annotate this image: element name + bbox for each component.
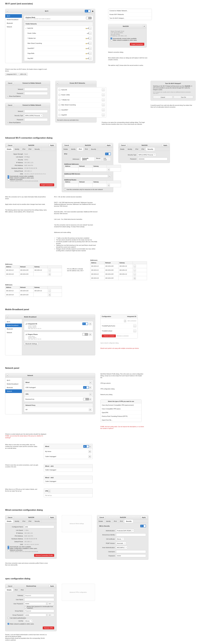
row-check[interactable] <box>59 109 60 111</box>
add-row[interactable] <box>48 293 51 296</box>
grouppw-input[interactable] <box>24 614 46 616</box>
wired-row[interactable]: My Home <box>44 449 93 454</box>
peap-combo[interactable]: Automatic <box>116 542 126 545</box>
tab-details[interactable]: Details <box>5 148 13 151</box>
apply-button[interactable]: Apply <box>49 516 55 519</box>
user-input[interactable] <box>116 550 146 553</box>
always-ask-check[interactable]: Always Ask (password is inextricable fro… <box>24 606 54 609</box>
password-input[interactable] <box>24 92 48 95</box>
network-row[interactable]: Nuli1234 <box>24 26 93 31</box>
sec-pw-input[interactable] <box>138 158 167 160</box>
sidebar-item-network[interactable]: Network <box>5 25 22 28</box>
vpn-import-row[interactable]: Import from file… <box>100 418 141 422</box>
wired-switch[interactable]: ON <box>83 386 89 389</box>
forget-button[interactable]: Forget Connection <box>130 43 144 46</box>
network-input[interactable] <box>24 88 48 91</box>
ca-combo[interactable]: (None) <box>24 620 32 622</box>
metered-check[interactable]: Metered connection <box>7 549 54 551</box>
details-button[interactable] <box>89 27 92 30</box>
cancel-button[interactable]: Cancel <box>120 144 127 147</box>
network-row[interactable]: Dogs Bells <box>24 51 93 56</box>
sidebar-item-bluetooth[interactable]: Bluetooth <box>5 327 22 331</box>
add-wired[interactable] <box>89 381 92 384</box>
open-button[interactable] <box>133 330 136 332</box>
sidebar-item-wifi[interactable]: Wi-Fi <box>5 14 22 18</box>
proxy-row[interactable]: Off <box>24 407 93 412</box>
apply-button[interactable]: Apply <box>49 144 55 147</box>
add-vpn[interactable] <box>89 393 92 396</box>
sidebar-item-network[interactable]: Network <box>5 389 22 393</box>
wired-row[interactable]: Cable Unplugged <box>44 480 93 483</box>
details-button[interactable] <box>102 114 105 116</box>
tab-security[interactable]: Security <box>124 520 133 523</box>
apply-button[interactable]: Apply <box>49 584 55 588</box>
upw-combo[interactable]: Ask ▾ <box>47 602 54 605</box>
add[interactable] <box>89 445 91 448</box>
apply-button[interactable]: Apply <box>162 144 169 147</box>
tab-security[interactable]: Security <box>146 148 155 151</box>
known-row[interactable]: Main Street Coworking <box>57 102 106 108</box>
add-row[interactable] <box>108 184 110 187</box>
tab-identity[interactable]: Identity <box>13 148 21 151</box>
share-check[interactable]: Make network available to other users <box>111 39 144 41</box>
row-check[interactable] <box>59 94 60 96</box>
gear-button[interactable] <box>89 386 92 389</box>
tab-ipv6[interactable]: IPv6 <box>19 588 25 592</box>
add-dns[interactable] <box>108 175 111 178</box>
tab-details[interactable]: Details <box>5 588 13 592</box>
tab-ipv4[interactable]: IPv4 <box>21 520 27 523</box>
sec-switch[interactable]: ON <box>140 525 146 527</box>
apply-button[interactable]: Apply <box>140 516 147 519</box>
wifi-master-switch[interactable]: ON <box>85 10 90 12</box>
wired-row[interactable]: Cable Unplugged <box>44 468 93 472</box>
cancel-button[interactable]: Cancel <box>6 144 14 147</box>
open-button[interactable] <box>133 324 136 327</box>
network-row[interactable]: David3927 <box>24 46 93 51</box>
gear-button[interactable] <box>89 322 92 325</box>
others-check[interactable]: Make configuration available to other us… <box>7 548 54 549</box>
gear-button[interactable] <box>88 450 91 453</box>
cancel-button[interactable]: Cancel <box>6 104 14 106</box>
details-button[interactable] <box>89 32 92 35</box>
gear-button[interactable] <box>88 455 91 458</box>
device-toggle-b[interactable]: USB 4 DX <box>18 73 28 76</box>
network-row[interactable]: Main Street Coworking <box>24 41 93 46</box>
remove-vpn-button[interactable]: Remove VPN <box>43 626 54 629</box>
addr-mode-manual[interactable]: Manual <box>95 157 102 161</box>
details-button[interactable] <box>102 104 105 106</box>
device-toggle-a[interactable]: Integrated Wi-Fi <box>5 73 18 76</box>
sidebar-item-network[interactable]: Network <box>5 331 22 334</box>
cancel-button[interactable]: Cancel <box>153 96 173 99</box>
bluetooth-settings-button[interactable]: Bluetooth Settings <box>24 342 38 345</box>
remove-row[interactable] <box>134 265 136 268</box>
tab-ipv6[interactable]: IPv6 <box>118 520 124 523</box>
tab-details[interactable]: Details <box>62 148 69 151</box>
network-row[interactable]: Ray1882 <box>24 56 93 61</box>
cancel-button[interactable]: Cancel <box>6 584 14 588</box>
tab-ipv4[interactable]: IPv4 <box>77 148 83 151</box>
back-button[interactable] <box>6 374 8 377</box>
metered-check[interactable]: Metered connection <box>7 179 54 180</box>
menu-item-known[interactable]: Known Wi-Fi Networks <box>108 12 152 16</box>
tab-details[interactable]: Details <box>97 520 105 523</box>
cert-combo[interactable]: (None) <box>116 538 124 540</box>
menu-item-hidden[interactable]: Connect to Hidden Network… <box>108 9 152 12</box>
row-check[interactable] <box>59 104 60 106</box>
tab-identity[interactable]: Identity <box>69 148 77 151</box>
groupname-input[interactable] <box>24 610 54 612</box>
others-check[interactable]: Make network available to other users <box>7 177 54 179</box>
tab-ipv4[interactable]: IPv4 <box>13 588 19 592</box>
details-button[interactable] <box>89 47 92 50</box>
details-button[interactable] <box>89 37 92 40</box>
sidebar-item-broadband[interactable]: Mobile Broadband <box>5 18 22 22</box>
conn-name-input[interactable] <box>24 526 54 528</box>
turn-on-button[interactable]: Turn On <box>174 96 193 99</box>
remove-connection-button[interactable]: Remove connection <box>102 334 116 337</box>
auto-check[interactable]: Automatically use when available <box>7 546 54 548</box>
network-input[interactable] <box>24 110 48 113</box>
remove-row[interactable] <box>48 269 51 272</box>
gear-button[interactable] <box>89 408 92 411</box>
wired-row[interactable]: Cable Unplugged <box>44 454 93 459</box>
details-button[interactable] <box>89 42 92 45</box>
back-button[interactable] <box>56 82 59 84</box>
